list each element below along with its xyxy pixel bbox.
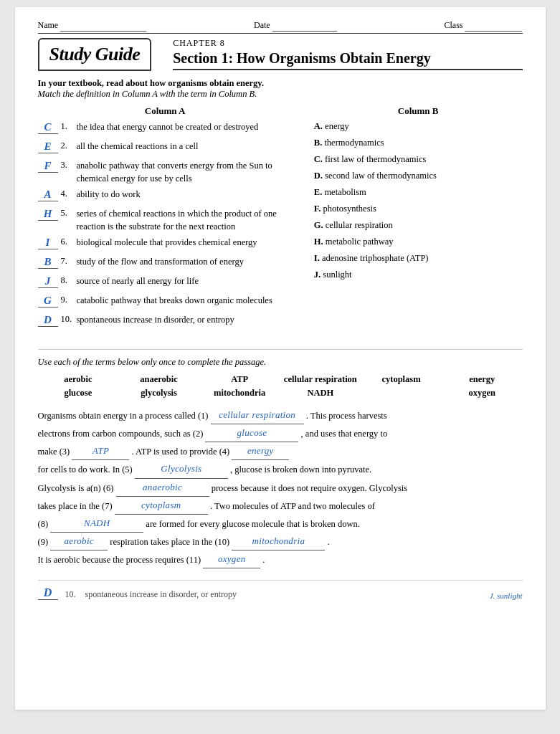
colb-text-7: cellular respiration bbox=[326, 220, 393, 230]
colb-letter-2: B. bbox=[314, 138, 322, 148]
match-answer-8: J bbox=[38, 275, 58, 288]
footer-answer: D bbox=[38, 586, 58, 600]
name-label: Name bbox=[38, 20, 59, 30]
passage-answer-1: cellular respiration bbox=[211, 406, 304, 424]
match-answer-4: A bbox=[38, 189, 58, 201]
match-text-6: biological molecule that provides chemic… bbox=[77, 237, 293, 249]
match-row-7: B 7. study of the flow and transformatio… bbox=[38, 256, 293, 272]
match-num-6: 6. bbox=[61, 237, 74, 247]
match-text-7: study of the flow and transformation of … bbox=[77, 256, 293, 269]
match-text-5: series of chemical reactions in which th… bbox=[77, 208, 293, 233]
chapter-section-header: Study Guide CHAPTER 8 Section 1: How Org… bbox=[38, 37, 523, 71]
colb-letter-7: G. bbox=[314, 220, 323, 230]
passage-line5-pre: Glycolysis is a(n) (6) bbox=[38, 483, 114, 493]
colb-text-2: thermodynamics bbox=[324, 138, 384, 148]
passage-line8-end: . bbox=[328, 537, 330, 547]
passage-line8-post: respiration takes place in the (10) bbox=[110, 537, 229, 547]
match-answer-10: D bbox=[38, 314, 58, 327]
col-b-rows: A. energyB. thermodynamicsC. first law o… bbox=[314, 121, 523, 280]
passage-answer-11: oxygen bbox=[203, 550, 260, 568]
instructions: In your textbook, read about how organis… bbox=[38, 78, 523, 100]
colb-row-1: A. energy bbox=[314, 121, 523, 132]
match-row-8: J 8. source of nearly all energy for lif… bbox=[38, 275, 293, 291]
passage-answer-4: energy bbox=[232, 442, 289, 460]
colb-letter-10: J. bbox=[314, 270, 321, 280]
colb-letter-9: I. bbox=[314, 253, 320, 263]
class-label: Class bbox=[444, 20, 462, 30]
passage-line2-post: , and uses that energy to bbox=[301, 429, 388, 439]
word-bank-section: Use each of the terms below only once to… bbox=[38, 349, 523, 399]
date-field: Date bbox=[254, 20, 337, 32]
passage-answer-6: anaerobic bbox=[116, 479, 209, 497]
instruction-line1: In your textbook, read about how organis… bbox=[38, 78, 523, 89]
study-guide-label: Study Guide bbox=[38, 38, 152, 71]
footer-colb-note: J. sunlight bbox=[490, 591, 523, 600]
class-field: Class bbox=[444, 20, 522, 32]
instruction-line2: Match the definition in Column A with th… bbox=[38, 89, 523, 100]
colb-row-7: G. cellular respiration bbox=[314, 220, 523, 231]
word-bank-item-r1-5: energy bbox=[442, 373, 523, 386]
match-num-9: 9. bbox=[61, 295, 74, 305]
passage-line3-post: . ATP is used to provide (4) bbox=[132, 447, 230, 457]
match-row-9: G 9. catabolic pathway that breaks down … bbox=[38, 295, 293, 310]
word-bank-item-r2-0: glucose bbox=[38, 387, 119, 399]
passage-line6-post: . Two molecules of ATP and two molecules… bbox=[210, 501, 375, 511]
colb-text-5: metabolism bbox=[324, 187, 366, 197]
passage: Organisms obtain energy in a process cal… bbox=[38, 406, 523, 568]
match-row-10: D 10. spontaneous increase in disorder, … bbox=[38, 314, 293, 330]
column-b: Column B A. energyB. thermodynamicsC. fi… bbox=[300, 105, 523, 333]
match-text-2: all the chemical reactions in a cell bbox=[77, 140, 293, 153]
match-answer-6: I bbox=[38, 237, 58, 249]
match-row-1: C 1. the idea that energy cannot be crea… bbox=[38, 121, 293, 137]
passage-line1-pre: Organisms obtain energy in a process cal… bbox=[38, 411, 209, 421]
word-bank: aerobicanaerobicATPcellular respirationc… bbox=[38, 373, 523, 399]
match-num-5: 5. bbox=[61, 208, 74, 219]
match-answer-1: C bbox=[38, 121, 58, 134]
chapter-label: CHAPTER 8 bbox=[173, 38, 522, 49]
passage-answer-7: cytoplasm bbox=[115, 497, 208, 515]
word-bank-item-r1-2: ATP bbox=[199, 373, 280, 386]
word-bank-row2: glucoseglycolysismitochondriaNADHoxygen bbox=[38, 387, 523, 399]
colb-text-9: adenosine triphosphate (ATP) bbox=[322, 253, 429, 263]
name-value bbox=[60, 20, 146, 32]
match-row-5: H 5. series of chemical reactions in whi… bbox=[38, 208, 293, 233]
word-bank-row1: aerobicanaerobicATPcellular respirationc… bbox=[38, 373, 523, 386]
passage-line3-pre: make (3) bbox=[38, 447, 70, 457]
colb-row-10: J. sunlight bbox=[314, 270, 523, 280]
colb-row-5: E. metabolism bbox=[314, 187, 523, 198]
match-text-9: catabolic pathway that breaks down organ… bbox=[77, 295, 293, 308]
match-answer-3: F bbox=[38, 160, 58, 173]
match-num-1: 1. bbox=[61, 121, 74, 132]
colb-text-10: sunlight bbox=[323, 270, 351, 280]
word-bank-item-r1-0: aerobic bbox=[38, 373, 119, 386]
date-value bbox=[272, 20, 337, 32]
word-bank-item-r1-4: cytoplasm bbox=[361, 373, 442, 386]
passage-line7-post: are formed for every glucose molecule th… bbox=[146, 519, 360, 529]
match-row-2: E 2. all the chemical reactions in a cel… bbox=[38, 140, 293, 156]
colb-letter-6: F. bbox=[314, 204, 321, 214]
page: Name Date Class Study Guide CHAPTER 8 Se… bbox=[15, 7, 546, 710]
passage-answer-10: mitochondria bbox=[232, 533, 325, 550]
word-bank-item-r2-4 bbox=[361, 387, 442, 399]
col-a-rows: C 1. the idea that energy cannot be crea… bbox=[38, 121, 293, 330]
passage-line6-pre: takes place in the (7) bbox=[38, 501, 113, 511]
colb-letter-8: H. bbox=[314, 237, 323, 247]
footer-text: spontaneous increase in disorder, or ent… bbox=[85, 589, 483, 600]
colb-letter-4: D. bbox=[314, 171, 323, 181]
colb-row-2: B. thermodynamics bbox=[314, 138, 523, 148]
passage-line1-post: . This process harvests bbox=[306, 411, 387, 421]
match-row-4: A 4. ability to do work bbox=[38, 189, 293, 204]
header-top: Name Date Class bbox=[38, 20, 523, 34]
match-row-6: I 6. biological molecule that provides c… bbox=[38, 237, 293, 252]
colb-text-1: energy bbox=[325, 121, 349, 131]
passage-answer-8: NADH bbox=[50, 515, 143, 533]
match-num-4: 4. bbox=[61, 189, 74, 199]
col-b-header: Column B bbox=[314, 105, 523, 117]
section-title: Section 1: How Organisms Obtain Energy bbox=[173, 50, 522, 70]
passage-answer-9: aerobic bbox=[50, 533, 108, 550]
column-a: Column A C 1. the idea that energy canno… bbox=[38, 105, 293, 333]
match-num-10: 10. bbox=[61, 314, 74, 325]
word-bank-item-r2-3: NADH bbox=[280, 387, 361, 399]
name-field: Name bbox=[38, 20, 147, 32]
footer-partial: D 10. spontaneous increase in disorder, … bbox=[38, 580, 523, 600]
